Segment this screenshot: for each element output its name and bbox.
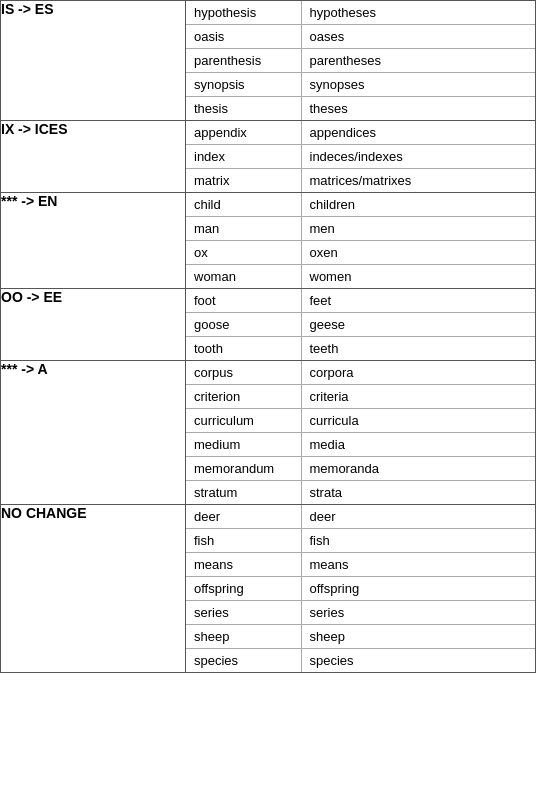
category-pairs-2: childchildrenmanmenoxoxenwomanwomen [186, 193, 536, 289]
singular-form: species [186, 649, 301, 673]
table-row: deerdeer [186, 505, 535, 529]
table-row: corpuscorpora [186, 361, 535, 385]
category-pairs-5: deerdeerfishfishmeansmeansoffspringoffsp… [186, 505, 536, 673]
table-row: childchildren [186, 193, 535, 217]
plural-form: matrices/matrixes [301, 169, 535, 193]
main-table: IS -> EShypothesishypothesesoasisoasespa… [0, 0, 536, 673]
table-row: oxoxen [186, 241, 535, 265]
singular-form: deer [186, 505, 301, 529]
singular-form: tooth [186, 337, 301, 361]
singular-form: sheep [186, 625, 301, 649]
plural-form: men [301, 217, 535, 241]
table-row: sheepsheep [186, 625, 535, 649]
table-row: parenthesisparentheses [186, 49, 535, 73]
category-pairs-4: corpuscorporacriterioncriteriacurriculum… [186, 361, 536, 505]
plural-form: parentheses [301, 49, 535, 73]
plural-form: sheep [301, 625, 535, 649]
singular-form: thesis [186, 97, 301, 121]
plural-form: hypotheses [301, 1, 535, 25]
category-label-2: *** -> EN [1, 193, 186, 289]
singular-form: curriculum [186, 409, 301, 433]
table-row: hypothesishypotheses [186, 1, 535, 25]
singular-form: matrix [186, 169, 301, 193]
table-row: criterioncriteria [186, 385, 535, 409]
table-row: offspringoffspring [186, 577, 535, 601]
plural-form: children [301, 193, 535, 217]
plural-form: theses [301, 97, 535, 121]
singular-form: child [186, 193, 301, 217]
singular-form: woman [186, 265, 301, 289]
table-row: synopsissynopses [186, 73, 535, 97]
table-row: seriesseries [186, 601, 535, 625]
plural-form: species [301, 649, 535, 673]
singular-form: means [186, 553, 301, 577]
singular-form: stratum [186, 481, 301, 505]
plural-form: corpora [301, 361, 535, 385]
singular-form: appendix [186, 121, 301, 145]
plural-form: feet [301, 289, 535, 313]
plural-form: means [301, 553, 535, 577]
singular-form: series [186, 601, 301, 625]
singular-form: criterion [186, 385, 301, 409]
category-pairs-0: hypothesishypothesesoasisoasesparenthesi… [186, 1, 536, 121]
singular-form: hypothesis [186, 1, 301, 25]
singular-form: fish [186, 529, 301, 553]
table-row: meansmeans [186, 553, 535, 577]
table-row: manmen [186, 217, 535, 241]
table-row: footfeet [186, 289, 535, 313]
plural-form: appendices [301, 121, 535, 145]
plural-form: women [301, 265, 535, 289]
table-row: appendixappendices [186, 121, 535, 145]
table-row: womanwomen [186, 265, 535, 289]
plural-form: deer [301, 505, 535, 529]
table-row: speciesspecies [186, 649, 535, 673]
plural-form: memoranda [301, 457, 535, 481]
category-label-0: IS -> ES [1, 1, 186, 121]
plural-form: indeces/indexes [301, 145, 535, 169]
singular-form: offspring [186, 577, 301, 601]
table-row: indexindeces/indexes [186, 145, 535, 169]
category-label-5: NO CHANGE [1, 505, 186, 673]
table-row: memorandummemoranda [186, 457, 535, 481]
category-pairs-1: appendixappendicesindexindeces/indexesma… [186, 121, 536, 193]
category-pairs-3: footfeetgoosegeesetoothteeth [186, 289, 536, 361]
table-row: toothteeth [186, 337, 535, 361]
category-label-4: *** -> A [1, 361, 186, 505]
category-label-3: OO -> EE [1, 289, 186, 361]
category-label-1: IX -> ICES [1, 121, 186, 193]
plural-form: synopses [301, 73, 535, 97]
plural-form: strata [301, 481, 535, 505]
singular-form: goose [186, 313, 301, 337]
table-row: thesistheses [186, 97, 535, 121]
plural-form: criteria [301, 385, 535, 409]
singular-form: memorandum [186, 457, 301, 481]
plural-form: oxen [301, 241, 535, 265]
singular-form: medium [186, 433, 301, 457]
singular-form: index [186, 145, 301, 169]
singular-form: man [186, 217, 301, 241]
plural-form: geese [301, 313, 535, 337]
table-row: matrixmatrices/matrixes [186, 169, 535, 193]
plural-form: oases [301, 25, 535, 49]
singular-form: parenthesis [186, 49, 301, 73]
plural-form: offspring [301, 577, 535, 601]
plural-form: teeth [301, 337, 535, 361]
table-row: goosegeese [186, 313, 535, 337]
singular-form: oasis [186, 25, 301, 49]
singular-form: corpus [186, 361, 301, 385]
table-row: mediummedia [186, 433, 535, 457]
table-row: oasisoases [186, 25, 535, 49]
table-row: stratumstrata [186, 481, 535, 505]
singular-form: foot [186, 289, 301, 313]
table-row: fishfish [186, 529, 535, 553]
plural-form: media [301, 433, 535, 457]
plural-form: curricula [301, 409, 535, 433]
singular-form: ox [186, 241, 301, 265]
singular-form: synopsis [186, 73, 301, 97]
plural-form: fish [301, 529, 535, 553]
plural-form: series [301, 601, 535, 625]
table-row: curriculumcurricula [186, 409, 535, 433]
